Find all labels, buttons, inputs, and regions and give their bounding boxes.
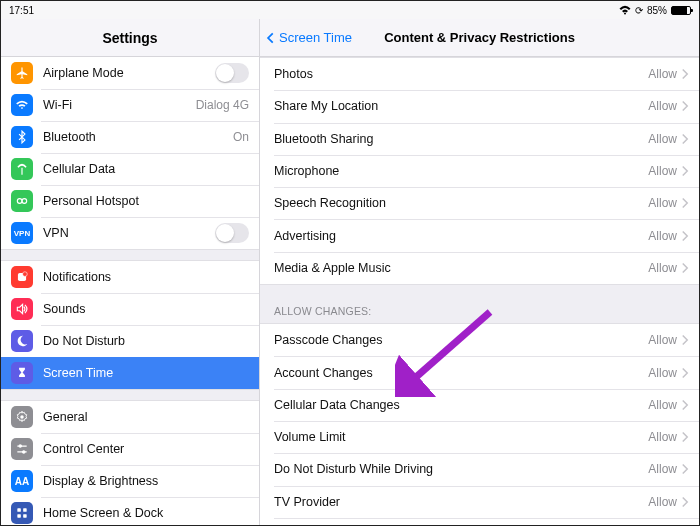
chevron-right-icon xyxy=(681,197,689,209)
row-label: Share My Location xyxy=(274,99,648,113)
chevron-right-icon xyxy=(681,133,689,145)
sidebar-item-airplane[interactable]: Airplane Mode xyxy=(1,57,259,89)
row-tv-provider[interactable]: TV ProviderAllow xyxy=(260,486,699,518)
sidebar-item-dnd[interactable]: Do Not Disturb xyxy=(1,325,259,357)
gear-icon xyxy=(11,406,33,428)
sidebar-group-alerts: Notifications Sounds Do Not Disturb Scre… xyxy=(1,260,259,390)
back-label: Screen Time xyxy=(279,30,352,45)
chevron-right-icon xyxy=(681,367,689,379)
svg-rect-10 xyxy=(17,514,21,518)
airplane-icon xyxy=(11,62,33,84)
row-value: Allow xyxy=(648,430,677,444)
row-value: Allow xyxy=(648,366,677,380)
row-value: Allow xyxy=(648,196,677,210)
row-value: Dialog 4G xyxy=(196,98,249,112)
detail-pane: Screen Time Content & Privacy Restrictio… xyxy=(260,19,699,525)
sidebar-item-general[interactable]: General xyxy=(1,401,259,433)
row-label: Speech Recognition xyxy=(274,196,648,210)
row-label: Cellular Data xyxy=(43,162,249,176)
sidebar-item-sounds[interactable]: Sounds xyxy=(1,293,259,325)
row-value: Allow xyxy=(648,462,677,476)
row-speech[interactable]: Speech RecognitionAllow xyxy=(260,187,699,219)
row-photos[interactable]: PhotosAllow xyxy=(260,58,699,90)
row-background-app[interactable]: Background App ActivitiesAllow xyxy=(260,518,699,525)
svg-point-5 xyxy=(20,415,24,419)
row-label: TV Provider xyxy=(274,495,648,509)
row-bluetooth-sharing[interactable]: Bluetooth SharingAllow xyxy=(260,123,699,155)
settings-sidebar: Settings Airplane Mode Wi-Fi Dialog 4G xyxy=(1,19,260,525)
wifi-icon xyxy=(619,5,631,15)
sidebar-item-bluetooth[interactable]: Bluetooth On xyxy=(1,121,259,153)
row-value: Allow xyxy=(648,333,677,347)
row-value: Allow xyxy=(648,132,677,146)
battery-icon xyxy=(671,6,691,15)
sidebar-item-screentime[interactable]: Screen Time xyxy=(1,357,259,389)
svg-point-7 xyxy=(23,451,25,453)
row-label: Control Center xyxy=(43,442,249,456)
svg-point-0 xyxy=(624,13,626,15)
sliders-icon xyxy=(11,438,33,460)
svg-point-1 xyxy=(17,199,22,204)
row-account-changes[interactable]: Account ChangesAllow xyxy=(260,356,699,388)
grid-icon xyxy=(11,502,33,524)
row-value: Allow xyxy=(648,495,677,509)
sidebar-item-display[interactable]: AA Display & Brightness xyxy=(1,465,259,497)
row-label: Display & Brightness xyxy=(43,474,249,488)
chevron-right-icon xyxy=(681,165,689,177)
sounds-icon xyxy=(11,298,33,320)
row-label: Wi-Fi xyxy=(43,98,196,112)
notifications-icon xyxy=(11,266,33,288)
detail-header: Screen Time Content & Privacy Restrictio… xyxy=(260,19,699,57)
row-value: On xyxy=(233,130,249,144)
svg-point-6 xyxy=(19,445,21,447)
rotation-lock-icon: ⟳ xyxy=(635,5,643,16)
chevron-right-icon xyxy=(681,334,689,346)
row-label: Photos xyxy=(274,67,648,81)
row-volume-limit[interactable]: Volume LimitAllow xyxy=(260,421,699,453)
row-media-music[interactable]: Media & Apple MusicAllow xyxy=(260,252,699,284)
row-label: Airplane Mode xyxy=(43,66,215,80)
antenna-icon xyxy=(11,158,33,180)
row-dnd-driving[interactable]: Do Not Disturb While DrivingAllow xyxy=(260,453,699,485)
vpn-icon: VPN xyxy=(11,222,33,244)
row-label: Sounds xyxy=(43,302,249,316)
sidebar-item-homescreen[interactable]: Home Screen & Dock xyxy=(1,497,259,525)
row-share-location[interactable]: Share My LocationAllow xyxy=(260,90,699,122)
row-label: Cellular Data Changes xyxy=(274,398,648,412)
back-button[interactable]: Screen Time xyxy=(264,30,352,45)
row-label: Notifications xyxy=(43,270,249,284)
row-microphone[interactable]: MicrophoneAllow xyxy=(260,155,699,187)
chevron-right-icon xyxy=(681,100,689,112)
row-label: General xyxy=(43,410,249,424)
vpn-toggle[interactable] xyxy=(215,223,249,243)
sidebar-item-notifications[interactable]: Notifications xyxy=(1,261,259,293)
sidebar-item-hotspot[interactable]: Personal Hotspot xyxy=(1,185,259,217)
svg-rect-11 xyxy=(23,514,27,518)
svg-rect-8 xyxy=(17,508,21,512)
row-value: Allow xyxy=(648,261,677,275)
row-label: Volume Limit xyxy=(274,430,648,444)
bluetooth-icon xyxy=(11,126,33,148)
sidebar-title: Settings xyxy=(1,19,259,57)
airplane-toggle[interactable] xyxy=(215,63,249,83)
row-value: Allow xyxy=(648,99,677,113)
row-label: Home Screen & Dock xyxy=(43,506,249,520)
chevron-right-icon xyxy=(681,431,689,443)
sidebar-item-wifi[interactable]: Wi-Fi Dialog 4G xyxy=(1,89,259,121)
row-advertising[interactable]: AdvertisingAllow xyxy=(260,219,699,251)
row-label: Microphone xyxy=(274,164,648,178)
hotspot-icon xyxy=(11,190,33,212)
row-passcode-changes[interactable]: Passcode ChangesAllow xyxy=(260,324,699,356)
chevron-left-icon xyxy=(264,31,278,45)
sidebar-item-cellular[interactable]: Cellular Data xyxy=(1,153,259,185)
row-cellular-data-changes[interactable]: Cellular Data ChangesAllow xyxy=(260,389,699,421)
wifi-icon xyxy=(11,94,33,116)
chevron-right-icon xyxy=(681,230,689,242)
sidebar-item-controlcenter[interactable]: Control Center xyxy=(1,433,259,465)
svg-rect-9 xyxy=(23,508,27,512)
row-label: Account Changes xyxy=(274,366,648,380)
row-label: Do Not Disturb xyxy=(43,334,249,348)
row-label: Media & Apple Music xyxy=(274,261,648,275)
sidebar-item-vpn[interactable]: VPN VPN xyxy=(1,217,259,249)
row-label: Personal Hotspot xyxy=(43,194,249,208)
